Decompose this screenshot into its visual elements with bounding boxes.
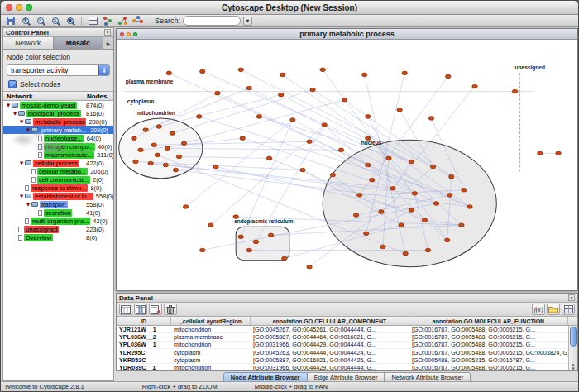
- graph-node[interactable]: [176, 155, 181, 159]
- graph-node[interactable]: [213, 165, 218, 169]
- graph-node[interactable]: [403, 251, 408, 256]
- graph-node[interactable]: [282, 256, 287, 261]
- graph-node[interactable]: [361, 73, 366, 77]
- graph-node[interactable]: [240, 136, 245, 141]
- layout-icon[interactable]: [132, 16, 144, 26]
- control-panel-close-icon[interactable]: ×: [104, 29, 111, 36]
- graph-node[interactable]: [280, 73, 285, 77]
- graph-node[interactable]: [353, 213, 358, 218]
- graph-node[interactable]: [444, 238, 449, 242]
- graph-node[interactable]: [322, 123, 327, 127]
- graph-node[interactable]: [330, 173, 335, 177]
- graph-node[interactable]: [472, 84, 477, 88]
- tree-row[interactable]: response to stimu...8(0): [3, 184, 113, 192]
- column-header-id[interactable]: ID: [117, 317, 171, 325]
- graph-node[interactable]: [538, 151, 543, 155]
- tab-network[interactable]: Network: [3, 37, 54, 49]
- zoom-window-button[interactable]: [26, 4, 32, 11]
- expand-arrow-icon[interactable]: ▼: [5, 103, 12, 108]
- graph-node[interactable]: [133, 160, 138, 164]
- graph-node[interactable]: [409, 208, 414, 213]
- graph-node[interactable]: [379, 210, 384, 214]
- graph-node[interactable]: [155, 153, 160, 157]
- graph-node[interactable]: [143, 128, 148, 132]
- tree-row[interactable]: unassigned223(0): [3, 225, 113, 233]
- graph-node[interactable]: [238, 235, 243, 239]
- nodes-column-header[interactable]: Nodes: [84, 93, 113, 100]
- scrollbar-arrows-icon[interactable]: ▲▼: [569, 362, 577, 370]
- zoom-out-icon[interactable]: [34, 16, 46, 26]
- graph-node[interactable]: [430, 165, 435, 169]
- graph-node[interactable]: [132, 136, 136, 141]
- scrollbar-thumb[interactable]: [570, 327, 577, 347]
- search-dropdown-arrow[interactable]: ▼: [243, 17, 252, 26]
- graph-node[interactable]: [138, 148, 143, 152]
- function-builder-icon[interactable]: f(x): [532, 304, 545, 315]
- expand-arrow-icon[interactable]: ▼: [18, 194, 25, 198]
- graph-node[interactable]: [256, 115, 261, 119]
- graph-node[interactable]: [399, 223, 404, 227]
- annotation-icon[interactable]: [117, 16, 129, 26]
- close-window-button[interactable]: [6, 4, 12, 11]
- attribute-table-icon[interactable]: [119, 304, 132, 315]
- graph-node[interactable]: [462, 188, 467, 192]
- graph-node[interactable]: [181, 141, 186, 146]
- graph-node[interactable]: [397, 108, 402, 112]
- graph-node[interactable]: [307, 265, 312, 269]
- frame-minimize-button[interactable]: [127, 32, 131, 36]
- graph-node[interactable]: [390, 186, 395, 190]
- graph-node[interactable]: [425, 248, 430, 252]
- data-panel-close-icon[interactable]: ×: [568, 294, 575, 301]
- graph-node[interactable]: [278, 93, 283, 97]
- table-row[interactable]: YJR121W__1mitochondrion[GO:0045267, GO:0…: [117, 326, 568, 333]
- graph-node[interactable]: [307, 140, 312, 144]
- expand-arrow-icon[interactable]: ▼: [18, 160, 25, 165]
- network-style-icon[interactable]: [102, 16, 114, 26]
- select-attributes-icon[interactable]: [134, 304, 147, 315]
- tab-mosaic[interactable]: Mosaic: [54, 37, 104, 49]
- frame-close-button[interactable]: [120, 32, 124, 36]
- column-header-region[interactable]: _cellularLayoutRegion: [171, 317, 251, 325]
- frame-zoom-button[interactable]: [133, 32, 137, 36]
- graph-node[interactable]: [449, 174, 454, 179]
- tree-row[interactable]: cell communicat...2(0): [3, 175, 113, 184]
- tree-row[interactable]: ▼establishment of lo...558(0): [3, 192, 113, 200]
- graph-node[interactable]: [246, 248, 251, 252]
- graph-node[interactable]: [402, 71, 407, 75]
- graph-node[interactable]: [268, 233, 273, 237]
- graph-node[interactable]: [363, 232, 368, 236]
- graph-node[interactable]: [165, 146, 170, 151]
- table-scrollbar[interactable]: ▲▼: [568, 326, 577, 370]
- save-icon[interactable]: [4, 16, 17, 26]
- import-attributes-icon[interactable]: [547, 304, 560, 315]
- graph-node[interactable]: [412, 192, 417, 196]
- graph-node[interactable]: [422, 218, 427, 222]
- tree-row[interactable]: ▼metabolic process280(0): [3, 117, 113, 126]
- graph-node[interactable]: [200, 69, 205, 74]
- graph-node[interactable]: [366, 115, 371, 119]
- expand-arrow-icon[interactable]: ▼: [18, 119, 25, 124]
- graph-node[interactable]: [200, 248, 205, 252]
- graph-node[interactable]: [320, 68, 325, 72]
- tab-overflow-arrow-icon[interactable]: ▶: [103, 37, 113, 49]
- graph-node[interactable]: [512, 89, 517, 93]
- expand-arrow-icon[interactable]: ▼: [12, 111, 18, 116]
- column-header-molecular-function[interactable]: annotation.GO MOLECULAR_FUNCTION: [409, 317, 568, 325]
- network-column-header[interactable]: Network: [3, 93, 84, 100]
- network-frame-titlebar[interactable]: primary metabolic process: [117, 29, 577, 40]
- graph-node[interactable]: [386, 156, 391, 160]
- graph-node[interactable]: [173, 168, 178, 172]
- graph-node[interactable]: [196, 115, 201, 119]
- graph-node[interactable]: [342, 98, 347, 102]
- graph-node[interactable]: [246, 86, 251, 90]
- graph-node[interactable]: [208, 223, 213, 227]
- graph-node[interactable]: [445, 74, 450, 79]
- graph-node[interactable]: [215, 91, 220, 95]
- graph-node[interactable]: [238, 68, 243, 72]
- graph-node[interactable]: [156, 125, 161, 129]
- node-color-dropdown[interactable]: transporter activity ▲▼: [7, 64, 110, 76]
- graph-node[interactable]: [380, 245, 385, 249]
- graph-node[interactable]: [428, 117, 433, 121]
- graph-node[interactable]: [338, 148, 343, 152]
- search-input[interactable]: [183, 16, 241, 26]
